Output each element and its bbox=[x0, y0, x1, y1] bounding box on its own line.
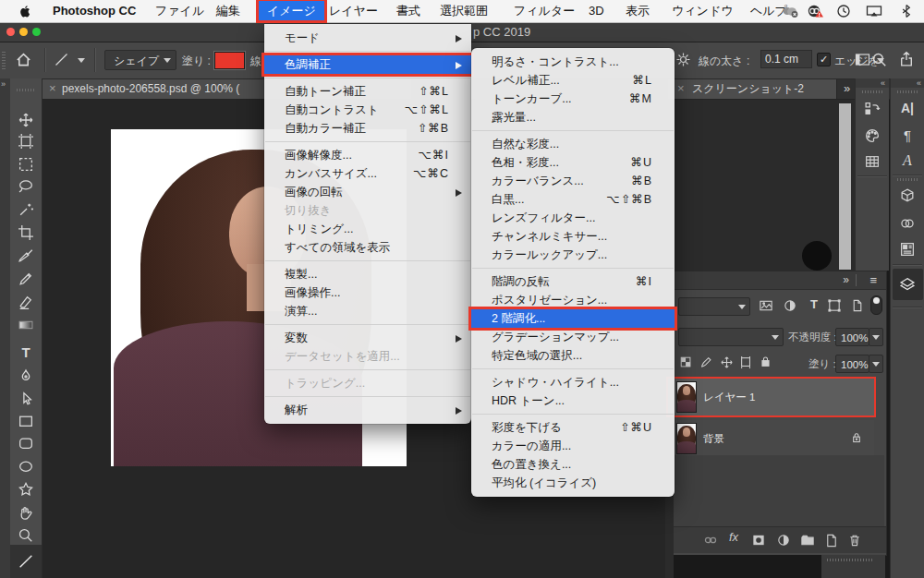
home-icon[interactable] bbox=[15, 51, 32, 68]
rounded-rectangle-tool[interactable] bbox=[18, 435, 34, 452]
menu-item-trim[interactable]: トリミング... bbox=[264, 220, 471, 238]
layers-panel-header[interactable]: » ≡ bbox=[674, 271, 886, 290]
submenu-item-black-white[interactable]: 白黒...⌥⇧⌘B bbox=[471, 190, 675, 209]
hand-tool[interactable] bbox=[18, 504, 34, 521]
layer-filter-type-select[interactable] bbox=[678, 297, 750, 316]
menubar-item-image[interactable]: イメージ bbox=[259, 1, 324, 20]
tab-overflow-icon[interactable]: » bbox=[844, 78, 850, 99]
opacity-chevron[interactable] bbox=[869, 328, 883, 346]
submenu-item-curves[interactable]: トーンカーブ...⌘M bbox=[471, 90, 675, 108]
layer2-thumbnail[interactable] bbox=[677, 424, 696, 453]
fill-swatch[interactable] bbox=[214, 52, 245, 69]
stroke-width-input[interactable] bbox=[760, 50, 812, 68]
submenu-item-desaturate[interactable]: 彩度を下げる⇧⌘U bbox=[471, 418, 675, 437]
layer-filter-toggle[interactable] bbox=[870, 295, 882, 315]
submenu-item-photo-filter[interactable]: レンズフィルター... bbox=[471, 209, 675, 227]
submenu-item-exposure[interactable]: 露光量... bbox=[471, 108, 675, 126]
align-edges-checkbox[interactable]: ✓ bbox=[817, 53, 831, 66]
menu-item-mode[interactable]: モード bbox=[264, 29, 471, 47]
toolbar-grip[interactable] bbox=[17, 89, 35, 91]
menu-item-image-size[interactable]: 画像解像度...⌥⌘I bbox=[264, 146, 471, 164]
lock-transparent-icon[interactable] bbox=[679, 355, 693, 369]
lock-artboard-icon[interactable] bbox=[739, 355, 753, 369]
panel-expand-icon[interactable]: » bbox=[843, 273, 849, 286]
new-group-icon[interactable] bbox=[800, 533, 815, 548]
submenu-item-hue-saturation[interactable]: 色相・彩度...⌘U bbox=[471, 153, 675, 172]
gradient-tool[interactable] bbox=[18, 317, 34, 333]
new-adjustment-layer-icon[interactable] bbox=[776, 533, 791, 548]
menubar-item-filter[interactable]: フィルター bbox=[514, 0, 575, 22]
tab-doc1-close-icon[interactable]: × bbox=[49, 78, 56, 99]
menubar-item-file[interactable]: ファイル bbox=[155, 0, 204, 22]
submenu-item-channel-mixer[interactable]: チャンネルミキサー... bbox=[471, 227, 675, 246]
zoom-tool[interactable] bbox=[18, 527, 34, 544]
menu-item-analysis[interactable]: 解析 bbox=[264, 401, 471, 419]
creative-cloud-warning-icon[interactable] bbox=[807, 4, 825, 18]
layer-row-background[interactable]: 背景 bbox=[674, 420, 874, 458]
history-panel-icon[interactable] bbox=[864, 101, 881, 117]
tab-doc2-close-icon[interactable]: × bbox=[677, 78, 685, 99]
dock2-collapse-icon[interactable]: « bbox=[891, 78, 924, 88]
eraser-tool[interactable] bbox=[18, 294, 34, 310]
submenu-item-gradient-map[interactable]: グラデーションマップ... bbox=[471, 328, 675, 346]
layer-row-layer1[interactable]: レイヤー 1 bbox=[668, 379, 874, 415]
submenu-item-posterize[interactable]: ポスタリゼーション... bbox=[471, 291, 675, 309]
filter-type-layers-icon[interactable]: T bbox=[806, 297, 822, 311]
layers-panel-icon[interactable] bbox=[899, 276, 916, 293]
menu-item-variables[interactable]: 変数 bbox=[264, 329, 471, 347]
filter-pixel-layers-icon[interactable] bbox=[759, 298, 773, 313]
fill-opacity-select[interactable]: 100% bbox=[835, 355, 869, 373]
fill-chevron[interactable] bbox=[869, 355, 883, 373]
submenu-item-hdr-toning[interactable]: HDR トーン... bbox=[471, 391, 675, 410]
submenu-item-match-color[interactable]: カラーの適用... bbox=[471, 437, 675, 455]
panel-menu-icon[interactable]: ≡ bbox=[869, 273, 877, 287]
tab-doc2[interactable]: × スクリーンショット-2 bbox=[668, 78, 837, 99]
menubar-app-name[interactable]: Photoshop CC bbox=[53, 0, 136, 22]
submenu-item-equalize[interactable]: 平均化 (イコライズ) bbox=[471, 474, 675, 492]
menu-item-canvas-size[interactable]: カンバスサイズ...⌥⌘C bbox=[264, 164, 471, 183]
panel-bottom-grip[interactable] bbox=[821, 555, 885, 578]
options-grip[interactable] bbox=[2, 51, 6, 69]
add-layer-mask-icon[interactable] bbox=[751, 533, 766, 548]
lasso-tool[interactable] bbox=[18, 178, 34, 195]
delete-layer-icon[interactable] bbox=[847, 533, 862, 548]
menubar-item-edit[interactable]: 編集 bbox=[216, 0, 240, 22]
swatches-panel-icon[interactable] bbox=[864, 127, 881, 144]
submenu-item-color-balance[interactable]: カラーバランス...⌘B bbox=[471, 172, 675, 190]
expand-panel-icon[interactable]: » bbox=[1, 79, 6, 89]
quick-selection-tool[interactable] bbox=[18, 201, 34, 218]
filter-shape-layers-icon[interactable] bbox=[827, 298, 842, 313]
bluetooth-icon[interactable] bbox=[899, 4, 914, 18]
lock-all-icon[interactable] bbox=[759, 355, 772, 368]
gear-icon[interactable] bbox=[675, 52, 691, 67]
submenu-item-replace-color[interactable]: 色の置き換え... bbox=[471, 455, 675, 474]
ellipse-tool[interactable] bbox=[18, 458, 34, 475]
crop-tool[interactable] bbox=[18, 224, 34, 241]
submenu-item-selective-color[interactable]: 特定色域の選択... bbox=[471, 346, 675, 365]
eyedropper-tool[interactable] bbox=[18, 247, 34, 264]
rectangle-tool[interactable] bbox=[18, 413, 34, 429]
tool-mode-select[interactable]: シェイプ bbox=[104, 50, 176, 70]
menu-item-adjustments[interactable]: 色調補正 bbox=[264, 55, 471, 74]
glyphs-panel-icon[interactable]: A bbox=[899, 152, 916, 169]
submenu-item-vibrance[interactable]: 自然な彩度... bbox=[471, 135, 675, 153]
link-layers-icon[interactable] bbox=[703, 533, 718, 548]
pencil-tool[interactable] bbox=[18, 271, 34, 287]
pen-tool[interactable] bbox=[18, 368, 34, 385]
paragraph-panel-icon[interactable]: ¶ bbox=[899, 127, 916, 144]
maximize-window-icon[interactable] bbox=[32, 28, 41, 36]
submenu-item-brightness-contrast[interactable]: 明るさ・コントラスト... bbox=[471, 53, 675, 71]
menu-item-calculations[interactable]: 演算... bbox=[264, 302, 471, 320]
3d-panel-icon[interactable] bbox=[899, 187, 916, 204]
menu-item-auto-color[interactable]: 自動カラー補正⇧⌘B bbox=[264, 119, 471, 138]
filter-adjustment-layers-icon[interactable] bbox=[783, 298, 797, 313]
menubar-item-window[interactable]: ウィンドウ bbox=[672, 0, 734, 22]
menubar-item-type[interactable]: 書式 bbox=[396, 0, 420, 22]
submenu-item-shadows-highlights[interactable]: シャドウ・ハイライト... bbox=[471, 373, 675, 391]
menu-item-reveal-all[interactable]: すべての領域を表示 bbox=[264, 238, 471, 257]
properties-panel-icon[interactable] bbox=[899, 241, 916, 258]
menubar-item-view[interactable]: 表示 bbox=[626, 0, 650, 22]
artboard-tool[interactable] bbox=[18, 133, 34, 150]
type-tool[interactable]: T bbox=[18, 344, 34, 361]
lock-paint-icon[interactable] bbox=[699, 355, 713, 369]
